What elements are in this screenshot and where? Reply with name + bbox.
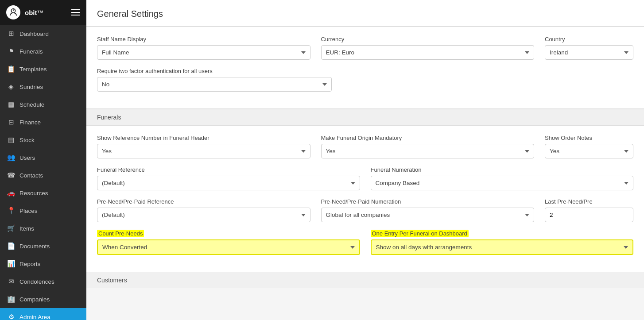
sidebar-item-reports[interactable]: 📊 Reports	[0, 255, 86, 273]
sidebar-item-dashboard[interactable]: ⊞ Dashboard	[0, 25, 86, 42]
schedule-icon: ▦	[7, 100, 15, 108]
sidebar-item-label: Finance	[19, 119, 41, 126]
currency-select[interactable]: EUR: Euro GBP: British Pound	[321, 45, 535, 60]
sidebar-header: obit™	[0, 0, 86, 25]
sidebar-item-label: Documents	[19, 243, 50, 250]
funeral-numeration-select[interactable]: Company Based Global for all companies	[371, 176, 634, 190]
show-order-notes-label: Show Order Notes	[545, 135, 633, 141]
one-entry-group: One Entry Per Funeral on Dashboard Show …	[371, 230, 634, 255]
funeral-reference-label: Funeral Reference	[97, 166, 360, 173]
sidebar-item-label: Condolences	[19, 278, 54, 285]
two-factor-label: Require two factor authentication for al…	[97, 68, 332, 74]
places-icon: 📍	[7, 207, 15, 215]
sidebar-item-contacts[interactable]: ☎ Contacts	[0, 166, 86, 184]
currency-group: Currency EUR: Euro GBP: British Pound	[321, 36, 535, 60]
main-content: General Settings Staff Name Display Full…	[86, 0, 644, 320]
resources-icon: 🚗	[7, 189, 15, 197]
sidebar-item-sundries[interactable]: ◈ Sundries	[0, 78, 86, 96]
sidebar-item-documents[interactable]: 📄 Documents	[0, 237, 86, 255]
show-order-notes-select[interactable]: Yes No	[545, 144, 633, 158]
funerals-icon: ⚑	[7, 47, 15, 55]
content-area: Staff Name Display Full Name First Name …	[86, 27, 644, 288]
sidebar-item-label: Funerals	[19, 48, 43, 55]
row-ref-origin-notes: Show Reference Number in Funeral Header …	[97, 135, 633, 158]
currency-label: Currency	[321, 36, 535, 42]
last-preneed-value: 2	[545, 208, 633, 222]
sidebar-item-companies[interactable]: 🏢 Companies	[0, 290, 86, 308]
count-pre-needs-group: Count Pre-Needs When Converted When Crea…	[97, 230, 360, 255]
sidebar-item-label: Sundries	[19, 84, 43, 90]
condolences-icon: ✉	[7, 278, 15, 285]
row-two-factor: Require two factor authentication for al…	[97, 68, 633, 92]
templates-icon: 📋	[7, 65, 15, 73]
one-entry-label: One Entry Per Funeral on Dashboard	[371, 230, 634, 237]
show-reference-label: Show Reference Number in Funeral Header	[97, 135, 310, 141]
app-name: obit™	[25, 9, 44, 16]
items-icon: 🛒	[7, 224, 15, 232]
sidebar-item-finance[interactable]: ⊟ Finance	[0, 113, 86, 131]
funeral-reference-group: Funeral Reference (Default) Custom	[97, 166, 360, 190]
sidebar-item-label: Places	[19, 208, 38, 214]
staff-name-group: Staff Name Display Full Name First Name …	[97, 36, 310, 60]
funeral-numeration-group: Funeral Numeration Company Based Global …	[371, 166, 634, 190]
last-preneed-group: Last Pre-Need/Pre 2	[545, 198, 633, 222]
customers-section-title: Customers	[97, 277, 127, 284]
sidebar-item-users[interactable]: 👥 Users	[0, 149, 86, 166]
two-factor-group: Require two factor authentication for al…	[97, 68, 332, 92]
preneed-reference-label: Pre-Need/Pre-Paid Reference	[97, 198, 310, 205]
page-title: General Settings	[86, 0, 644, 27]
sidebar-item-label: Contacts	[19, 172, 43, 179]
sundries-icon: ◈	[7, 83, 15, 91]
sidebar-item-condolences[interactable]: ✉ Condolences	[0, 273, 86, 290]
preneed-numeration-select[interactable]: Global for all companies Company Based	[321, 208, 535, 222]
count-pre-needs-label-text: Count Pre-Needs	[97, 230, 144, 237]
finance-icon: ⊟	[7, 118, 15, 126]
funerals-section-body: Show Reference Number in Funeral Header …	[86, 126, 644, 272]
row-count-entry: Count Pre-Needs When Converted When Crea…	[97, 230, 633, 255]
sidebar-item-places[interactable]: 📍 Places	[0, 202, 86, 220]
sidebar-item-funerals[interactable]: ⚑ Funerals	[0, 42, 86, 60]
show-order-notes-group: Show Order Notes Yes No	[545, 135, 633, 158]
preneed-reference-select[interactable]: (Default) Custom	[97, 208, 310, 222]
preneed-numeration-group: Pre-Need/Pre-Paid Numeration Global for …	[321, 198, 535, 222]
documents-icon: 📄	[7, 242, 15, 250]
sidebar: obit™ ⊞ Dashboard ⚑ Funerals 📋 Templates…	[0, 0, 86, 320]
sidebar-item-label: Items	[19, 225, 34, 232]
sidebar-item-admin[interactable]: ⚙ Admin Area	[0, 308, 86, 320]
app-logo	[6, 5, 20, 19]
funeral-reference-select[interactable]: (Default) Custom	[97, 176, 360, 190]
sidebar-item-label: Resources	[19, 190, 48, 197]
general-settings-section: Staff Name Display Full Name First Name …	[86, 27, 644, 108]
country-select[interactable]: Ireland United Kingdom	[545, 45, 633, 60]
origin-mandatory-label: Make Funeral Origin Mandatory	[321, 135, 535, 141]
preneed-reference-group: Pre-Need/Pre-Paid Reference (Default) Cu…	[97, 198, 310, 222]
show-reference-select[interactable]: Yes No	[97, 144, 310, 158]
funerals-section: Funerals Show Reference Number in Funera…	[86, 108, 644, 272]
sidebar-item-label: Companies	[19, 296, 50, 303]
sidebar-item-items[interactable]: 🛒 Items	[0, 220, 86, 237]
sidebar-item-resources[interactable]: 🚗 Resources	[0, 184, 86, 202]
sidebar-item-schedule[interactable]: ▦ Schedule	[0, 96, 86, 113]
hamburger-button[interactable]	[71, 9, 80, 15]
count-pre-needs-select[interactable]: When Converted When Created	[97, 239, 360, 255]
staff-name-select[interactable]: Full Name First Name Last Name	[97, 45, 310, 60]
preneed-numeration-label: Pre-Need/Pre-Paid Numeration	[321, 198, 535, 205]
sidebar-item-stock[interactable]: ▤ Stock	[0, 131, 86, 149]
funeral-numeration-label: Funeral Numeration	[371, 166, 634, 173]
show-reference-group: Show Reference Number in Funeral Header …	[97, 135, 310, 158]
count-pre-needs-label: Count Pre-Needs	[97, 230, 360, 237]
origin-mandatory-group: Make Funeral Origin Mandatory Yes No	[321, 135, 535, 158]
sidebar-item-label: Schedule	[19, 101, 44, 108]
sidebar-item-templates[interactable]: 📋 Templates	[0, 60, 86, 78]
users-icon: 👥	[7, 154, 15, 162]
sidebar-item-label: Templates	[19, 66, 47, 73]
sidebar-item-label: Admin Area	[19, 314, 50, 320]
funerals-section-header: Funerals	[86, 109, 644, 126]
two-factor-select[interactable]: No Yes	[97, 77, 332, 92]
companies-icon: 🏢	[7, 295, 15, 303]
country-group: Country Ireland United Kingdom	[545, 36, 633, 60]
dashboard-icon: ⊞	[7, 30, 15, 38]
one-entry-select[interactable]: Show on all days with arrangements Show …	[371, 239, 634, 255]
stock-icon: ▤	[7, 136, 15, 144]
origin-mandatory-select[interactable]: Yes No	[321, 144, 535, 158]
